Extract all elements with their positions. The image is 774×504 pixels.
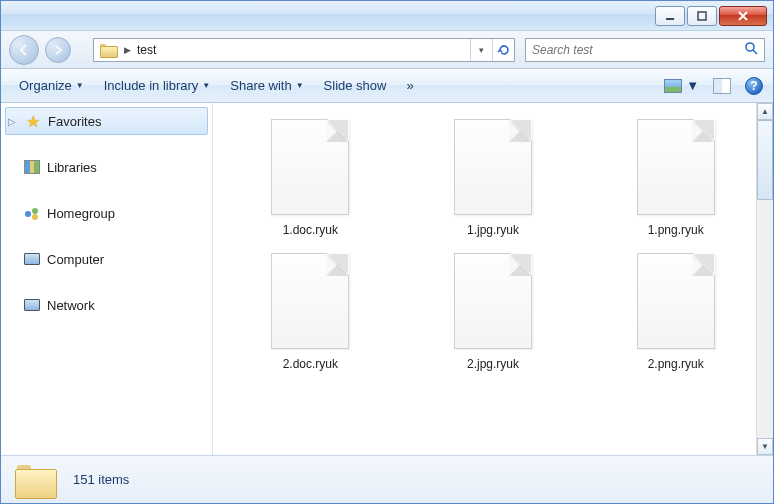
share-label: Share with: [230, 78, 291, 93]
nav-computer-label: Computer: [47, 252, 104, 267]
include-in-library-menu[interactable]: Include in library▼: [96, 74, 219, 97]
star-icon: ★: [24, 112, 42, 130]
navigation-pane: ▷ ★ Favorites ▷ Libraries ▷ Homegroup ▷ …: [1, 103, 213, 455]
file-icon: [271, 253, 349, 349]
chevron-down-icon: ▼: [686, 78, 699, 93]
svg-rect-1: [698, 12, 706, 20]
scroll-thumb[interactable]: [757, 120, 773, 200]
file-icon: [454, 253, 532, 349]
file-item[interactable]: 2.png.ryuk: [586, 247, 765, 377]
change-view-button[interactable]: ▼: [664, 78, 699, 93]
chevron-down-icon: ▼: [76, 81, 84, 90]
help-icon: ?: [750, 79, 757, 93]
nav-libraries-label: Libraries: [47, 160, 97, 175]
file-item[interactable]: 1.png.ryuk: [586, 113, 765, 243]
folder-icon: [100, 42, 116, 58]
file-icon: [271, 119, 349, 215]
navigation-bar: ▶ test ▾: [1, 31, 773, 69]
close-button[interactable]: [719, 6, 767, 26]
file-name: 2.jpg.ryuk: [467, 357, 519, 371]
help-button[interactable]: ?: [745, 77, 763, 95]
slideshow-label: Slide show: [324, 78, 387, 93]
breadcrumb-separator-icon: ▶: [122, 45, 133, 55]
search-input[interactable]: [532, 43, 744, 57]
search-box[interactable]: [525, 38, 765, 62]
nav-network[interactable]: ▷ Network: [1, 291, 212, 319]
file-list-pane: 1.doc.ryuk1.jpg.ryuk1.png.ryuk2.doc.ryuk…: [213, 103, 773, 455]
details-pane: 151 items: [1, 455, 773, 503]
scroll-up-button[interactable]: ▲: [757, 103, 773, 120]
chevron-down-icon: ▾: [479, 45, 484, 55]
nav-favorites-label: Favorites: [48, 114, 101, 129]
nav-homegroup[interactable]: ▷ Homegroup: [1, 199, 212, 227]
file-item[interactable]: 1.jpg.ryuk: [404, 113, 583, 243]
breadcrumb-current[interactable]: test: [133, 43, 160, 57]
back-button[interactable]: [9, 35, 39, 65]
preview-pane-button[interactable]: [713, 78, 731, 94]
vertical-scrollbar[interactable]: ▲ ▼: [756, 103, 773, 455]
network-icon: [23, 296, 41, 314]
nav-computer[interactable]: ▷ Computer: [1, 245, 212, 273]
svg-point-4: [32, 208, 38, 214]
nav-favorites[interactable]: ▷ ★ Favorites: [5, 107, 208, 135]
arrow-right-icon: [52, 44, 64, 56]
file-name: 2.doc.ryuk: [283, 357, 338, 371]
libraries-icon: [23, 158, 41, 176]
svg-point-2: [746, 43, 754, 51]
nav-libraries[interactable]: ▷ Libraries: [1, 153, 212, 181]
include-label: Include in library: [104, 78, 199, 93]
close-icon: [737, 11, 749, 21]
chevron-down-icon: ▼: [296, 81, 304, 90]
folder-icon: [15, 463, 55, 497]
expand-icon: ▷: [8, 116, 18, 127]
refresh-icon: [497, 43, 511, 57]
maximize-icon: [697, 11, 707, 21]
svg-point-5: [32, 214, 38, 220]
nav-homegroup-label: Homegroup: [47, 206, 115, 221]
svg-rect-0: [666, 18, 674, 20]
address-bar[interactable]: ▶ test ▾: [93, 38, 515, 62]
file-name: 1.png.ryuk: [648, 223, 704, 237]
computer-icon: [23, 250, 41, 268]
organize-label: Organize: [19, 78, 72, 93]
file-item[interactable]: 1.doc.ryuk: [221, 113, 400, 243]
item-count: 151 items: [73, 472, 129, 487]
refresh-button[interactable]: [492, 39, 514, 61]
svg-point-3: [25, 211, 31, 217]
share-with-menu[interactable]: Share with▼: [222, 74, 311, 97]
file-icon: [637, 119, 715, 215]
arrow-left-icon: [17, 43, 31, 57]
command-toolbar: Organize▼ Include in library▼ Share with…: [1, 69, 773, 103]
address-dropdown-button[interactable]: ▾: [470, 39, 492, 61]
maximize-button[interactable]: [687, 6, 717, 26]
minimize-icon: [665, 11, 675, 21]
file-icon: [637, 253, 715, 349]
minimize-button[interactable]: [655, 6, 685, 26]
scroll-down-button[interactable]: ▼: [757, 438, 773, 455]
file-item[interactable]: 2.jpg.ryuk: [404, 247, 583, 377]
search-icon: [744, 41, 758, 59]
file-item[interactable]: 2.doc.ryuk: [221, 247, 400, 377]
organize-menu[interactable]: Organize▼: [11, 74, 92, 97]
toolbar-overflow[interactable]: »: [398, 74, 421, 97]
view-icon: [664, 79, 682, 93]
chevron-down-icon: ▼: [202, 81, 210, 90]
slideshow-button[interactable]: Slide show: [316, 74, 395, 97]
file-name: 1.jpg.ryuk: [467, 223, 519, 237]
file-icon: [454, 119, 532, 215]
nav-network-label: Network: [47, 298, 95, 313]
forward-button[interactable]: [45, 37, 71, 63]
window-titlebar: [1, 1, 773, 31]
file-name: 1.doc.ryuk: [283, 223, 338, 237]
file-name: 2.png.ryuk: [648, 357, 704, 371]
homegroup-icon: [23, 204, 41, 222]
chevron-right-icon: »: [406, 78, 413, 93]
